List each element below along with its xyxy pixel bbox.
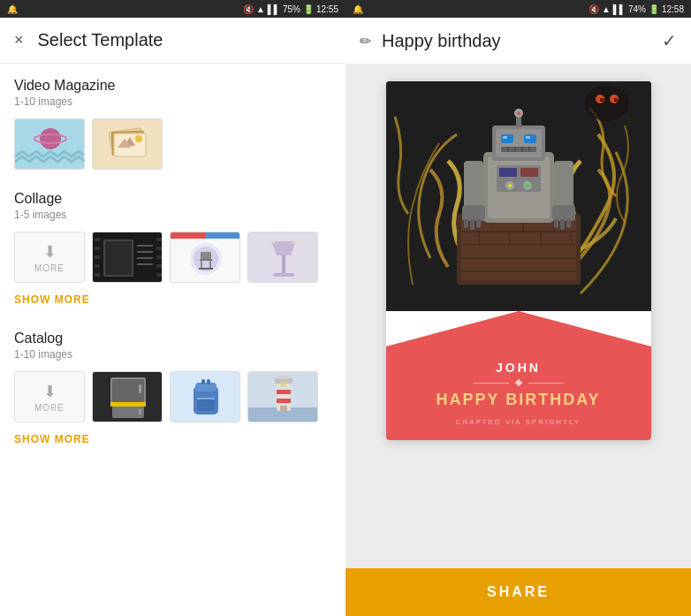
divider-line-left <box>474 383 509 384</box>
notification-icon-right: 🔔 <box>353 4 363 14</box>
svg-rect-89 <box>503 136 507 139</box>
video-magazine-templates <box>14 118 331 170</box>
card-envelope-flap <box>386 311 651 346</box>
divider-diamond <box>514 379 521 386</box>
template-collage-more[interactable]: ⬇ MORE <box>14 232 85 283</box>
birthday-card: JOHN HAPPY BIRTHDAY CRAFTED VIA SPRIGHTL… <box>386 81 651 440</box>
svg-rect-114 <box>560 219 565 230</box>
svg-rect-87 <box>501 134 513 143</box>
svg-point-66 <box>281 382 286 387</box>
svg-point-9 <box>135 135 142 142</box>
battery-icon: 🔋 <box>303 4 314 14</box>
mute-icon-right: 🔇 <box>588 4 599 14</box>
battery-percent: 75% <box>283 4 300 14</box>
svg-rect-26 <box>105 241 132 275</box>
right-status-icons: 🔔 <box>353 4 363 14</box>
svg-rect-110 <box>464 219 468 228</box>
catalog-show-more[interactable]: SHOW MORE <box>0 430 346 456</box>
more-label-2: MORE <box>34 403 65 413</box>
svg-rect-32 <box>201 252 211 259</box>
svg-point-116 <box>585 86 629 121</box>
svg-point-105 <box>526 184 529 187</box>
left-status-right: 🔇 ▲ ▌▌ 75% 🔋 12:55 <box>243 4 338 14</box>
share-button[interactable]: SHARE <box>346 568 691 616</box>
right-status-right: 🔇 ▲ ▌▌ 74% 🔋 12:58 <box>588 4 684 14</box>
svg-rect-111 <box>470 219 475 230</box>
card-preview: JOHN HAPPY BIRTHDAY CRAFTED VIA SPRIGHTL… <box>346 64 691 568</box>
svg-rect-91 <box>501 147 536 152</box>
mute-icon: 🔇 <box>243 4 254 14</box>
template-catalog-appliance[interactable] <box>92 371 163 422</box>
svg-rect-54 <box>197 399 215 411</box>
card-title: Happy birthday <box>382 31 501 51</box>
wifi-icon-right: ▲ <box>602 4 611 14</box>
right-header-left: ✏ Happy birthday <box>360 31 501 51</box>
svg-rect-88 <box>524 134 536 143</box>
svg-rect-40 <box>273 273 294 277</box>
template-vm-1[interactable] <box>14 118 85 170</box>
template-catalog-backpack[interactable] <box>170 371 240 422</box>
svg-rect-109 <box>552 205 575 221</box>
section-title-catalog: Catalog <box>14 331 331 346</box>
section-video-magazine: Video Magazine 1-10 images <box>0 64 346 177</box>
template-vm-2[interactable] <box>92 118 163 170</box>
svg-point-120 <box>614 98 618 102</box>
right-header: ✏ Happy birthday ✓ <box>346 18 691 64</box>
svg-rect-33 <box>200 259 212 261</box>
template-collage-film[interactable] <box>92 232 163 283</box>
svg-rect-62 <box>277 390 291 394</box>
svg-rect-53 <box>195 383 216 392</box>
template-collage-chair[interactable] <box>170 232 240 283</box>
svg-rect-36 <box>199 268 213 270</box>
svg-rect-18 <box>156 255 162 259</box>
more-label: MORE <box>34 263 65 273</box>
section-title-video-magazine: Video Magazine <box>14 78 331 94</box>
svg-rect-29 <box>206 232 240 239</box>
svg-rect-14 <box>95 264 100 268</box>
svg-rect-56 <box>201 379 205 384</box>
svg-rect-20 <box>156 273 162 277</box>
battery-icon-right: 🔋 <box>649 4 659 14</box>
svg-rect-101 <box>520 168 538 177</box>
template-catalog-more[interactable]: ⬇ MORE <box>14 371 85 422</box>
svg-rect-108 <box>462 205 485 221</box>
download-icon: ⬇ <box>43 242 57 262</box>
edit-icon[interactable]: ✏ <box>360 33 371 49</box>
time-left: 12:55 <box>316 4 338 14</box>
card-photo <box>386 81 651 311</box>
svg-rect-50 <box>110 402 146 407</box>
section-collage: Collage 1-5 images ⬇ MORE <box>0 177 346 290</box>
svg-rect-11 <box>95 238 100 241</box>
page-title: Select Template <box>38 30 163 50</box>
svg-rect-65 <box>278 376 289 379</box>
left-status-bar: 🔔 🔇 ▲ ▌▌ 75% 🔋 12:55 <box>0 0 346 18</box>
svg-rect-39 <box>282 255 285 275</box>
collage-show-more[interactable]: SHOW MORE <box>0 290 346 316</box>
svg-rect-63 <box>277 399 291 403</box>
section-title-collage: Collage <box>14 191 331 207</box>
right-panel: 🔔 🔇 ▲ ▌▌ 74% 🔋 12:58 ✏ Happy birthday ✓ <box>346 0 691 616</box>
section-subtitle-collage: 1-5 images <box>14 209 331 221</box>
svg-rect-15 <box>95 273 100 277</box>
svg-rect-12 <box>95 247 100 250</box>
svg-rect-107 <box>554 161 573 209</box>
svg-rect-48 <box>139 384 141 393</box>
svg-rect-86 <box>496 129 542 157</box>
right-status-bar: 🔔 🔇 ▲ ▌▌ 74% 🔋 12:58 <box>346 0 691 18</box>
wifi-icon: ▲ <box>256 4 265 14</box>
card-bottom: JOHN HAPPY BIRTHDAY CRAFTED VIA SPRIGHTL… <box>386 346 651 440</box>
svg-rect-16 <box>156 238 162 241</box>
svg-rect-13 <box>95 255 100 259</box>
svg-rect-106 <box>464 161 483 209</box>
svg-rect-112 <box>476 219 481 228</box>
confirm-button[interactable]: ✓ <box>662 30 677 51</box>
svg-rect-113 <box>554 219 558 228</box>
svg-rect-67 <box>280 406 287 411</box>
close-button[interactable]: × <box>14 31 24 49</box>
left-status-icons: 🔔 <box>7 4 18 14</box>
card-recipient-name: JOHN <box>400 361 637 375</box>
notification-icon: 🔔 <box>7 4 18 14</box>
template-catalog-lighthouse[interactable] <box>247 371 318 422</box>
template-collage-lamp[interactable] <box>247 232 318 283</box>
svg-rect-100 <box>499 168 517 177</box>
